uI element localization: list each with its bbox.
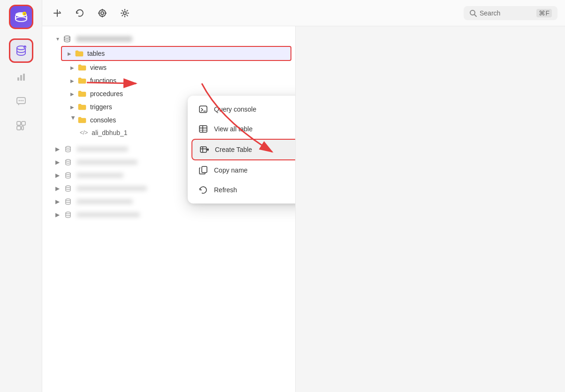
chevron-right-icon: ▶ <box>69 77 76 84</box>
search-box[interactable]: Search ⌘F <box>464 6 557 20</box>
sidebar-chart-icon[interactable] <box>11 67 31 87</box>
right-panel <box>296 26 565 392</box>
tree-label-consoles: consoles <box>90 116 116 124</box>
tree-label-functions: functions <box>90 77 116 84</box>
svg-point-34 <box>66 146 70 148</box>
tree-item-functions[interactable]: ▶ functions <box>42 74 295 87</box>
svg-line-32 <box>474 15 476 16</box>
svg-point-25 <box>101 12 104 15</box>
svg-point-16 <box>22 100 23 101</box>
chevron-down-icon: ▶ <box>69 116 76 124</box>
svg-point-15 <box>20 100 22 101</box>
tree-label-procedures: procedures <box>90 90 123 98</box>
svg-point-33 <box>64 36 70 38</box>
add-button[interactable] <box>50 6 65 21</box>
folder-icon-consoles <box>78 116 86 124</box>
settings-button[interactable] <box>117 6 132 21</box>
svg-rect-46 <box>200 147 206 152</box>
menu-item-view-all-table[interactable]: View all table <box>191 119 296 139</box>
app-logo[interactable]: ✦ <box>9 5 33 29</box>
svg-point-24 <box>99 10 106 16</box>
target-button[interactable] <box>95 6 110 21</box>
menu-item-copy-name[interactable]: Copy name <box>191 160 296 180</box>
menu-item-query-console[interactable]: Query console <box>191 99 296 119</box>
folder-icon-procedures <box>78 90 86 98</box>
tree-label-tables: tables <box>87 50 105 57</box>
tree-console-child-label: ali_dbhub_1 <box>92 129 127 136</box>
svg-rect-19 <box>17 126 21 130</box>
svg-rect-12 <box>23 74 25 81</box>
svg-rect-20 <box>22 126 23 130</box>
sidebar-chat-icon[interactable] <box>11 91 31 112</box>
tree-label-views: views <box>90 64 107 71</box>
tree-label-triggers: triggers <box>90 103 112 111</box>
svg-rect-51 <box>202 166 207 173</box>
svg-point-35 <box>66 159 70 161</box>
svg-point-2 <box>15 17 27 22</box>
svg-rect-18 <box>22 121 25 125</box>
svg-rect-40 <box>199 106 207 113</box>
search-label: Search <box>480 9 500 17</box>
chevron-right-icon: ▶ <box>66 50 73 57</box>
content-area: ▾ ▶ tables ▶ <box>42 26 565 392</box>
db-row-7[interactable]: ▶ <box>42 208 295 221</box>
menu-label-copy-name: Copy name <box>214 166 248 174</box>
svg-point-39 <box>66 212 70 214</box>
svg-point-30 <box>123 12 126 15</box>
sidebar-database-icon[interactable]: ✦ <box>9 38 33 63</box>
svg-point-14 <box>18 100 20 101</box>
refresh-icon <box>198 185 208 195</box>
sidebar: ✦ ✦ <box>0 0 42 392</box>
svg-rect-11 <box>20 75 22 81</box>
tree-item-tables[interactable]: ▶ tables <box>61 46 291 61</box>
svg-rect-10 <box>17 77 19 81</box>
svg-text:✦: ✦ <box>23 13 25 15</box>
svg-rect-42 <box>199 126 207 132</box>
main-area: Search ⌘F ▾ ▶ <box>42 0 565 392</box>
svg-rect-17 <box>17 121 21 125</box>
menu-label-query-console: Query console <box>214 106 256 113</box>
search-shortcut: ⌘F <box>536 9 552 17</box>
folder-icon-views <box>78 63 86 72</box>
menu-label-view-all-table: View all table <box>214 125 252 133</box>
tree-item-views[interactable]: ▶ views <box>42 61 295 74</box>
table-icon <box>198 124 208 134</box>
create-table-icon <box>199 144 209 155</box>
history-button[interactable] <box>72 6 87 21</box>
folder-icon-triggers <box>78 103 86 111</box>
menu-item-refresh[interactable]: Refresh <box>191 180 296 200</box>
toolbar: Search ⌘F <box>42 0 565 26</box>
copy-icon <box>198 165 208 175</box>
context-menu: Query console View all table <box>188 96 296 204</box>
chevron-right-icon: ▶ <box>69 64 76 71</box>
chevron-right-icon: ▶ <box>69 103 76 111</box>
terminal-icon <box>198 104 208 114</box>
svg-point-36 <box>66 173 70 174</box>
folder-icon-tables <box>75 49 84 58</box>
svg-point-37 <box>66 186 70 188</box>
folder-icon-functions <box>78 76 86 85</box>
svg-line-23 <box>59 11 61 13</box>
sidebar-grid-icon[interactable] <box>11 115 31 136</box>
svg-point-38 <box>66 199 70 201</box>
db-header-row[interactable]: ▾ <box>42 32 295 46</box>
chevron-right-icon: ▶ <box>69 90 76 98</box>
menu-item-create-table[interactable]: Create Table <box>191 139 296 160</box>
tree-panel: ▾ ▶ tables ▶ <box>42 26 296 392</box>
menu-label-create-table: Create Table <box>215 146 252 153</box>
menu-label-refresh: Refresh <box>214 186 237 194</box>
